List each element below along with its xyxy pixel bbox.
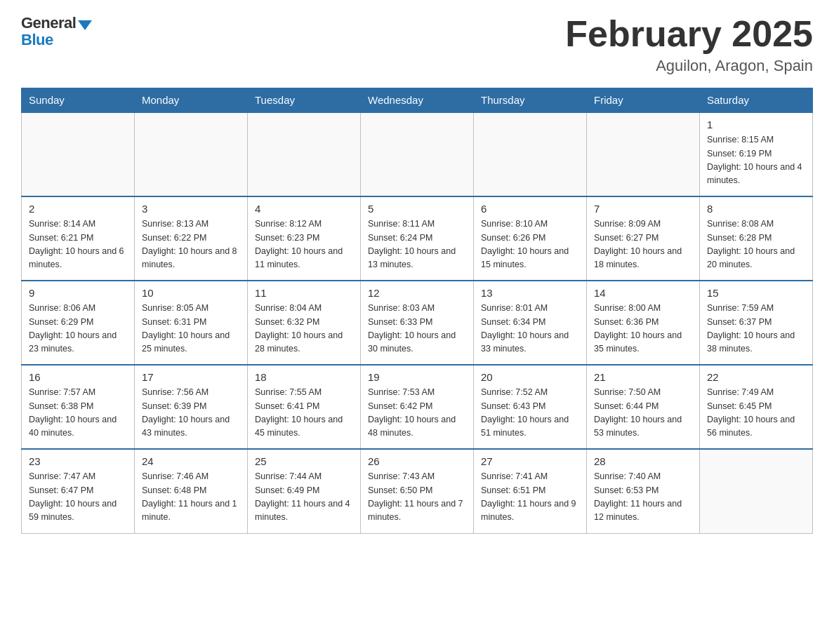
day-info: Sunrise: 8:10 AM Sunset: 6:26 PM Dayligh… xyxy=(481,217,579,272)
day-number: 4 xyxy=(255,203,353,215)
day-info: Sunrise: 7:56 AM Sunset: 6:39 PM Dayligh… xyxy=(142,386,240,441)
weekday-header-tuesday: Tuesday xyxy=(248,88,361,113)
day-info: Sunrise: 8:05 AM Sunset: 6:31 PM Dayligh… xyxy=(142,302,240,356)
day-number: 23 xyxy=(29,455,127,467)
logo: General Blue xyxy=(21,14,92,49)
day-number: 5 xyxy=(368,203,466,215)
weekday-header-thursday: Thursday xyxy=(474,88,587,113)
day-info: Sunrise: 8:03 AM Sunset: 6:33 PM Dayligh… xyxy=(368,302,466,356)
weekday-header-sunday: Sunday xyxy=(22,88,135,113)
day-info: Sunrise: 7:40 AM Sunset: 6:53 PM Dayligh… xyxy=(594,470,692,525)
day-number: 14 xyxy=(594,287,692,299)
calendar-week-row: 2Sunrise: 8:14 AM Sunset: 6:21 PM Daylig… xyxy=(22,196,813,281)
day-number: 13 xyxy=(481,287,579,299)
day-number: 19 xyxy=(368,371,466,383)
calendar-cell: 15Sunrise: 7:59 AM Sunset: 6:37 PM Dayli… xyxy=(700,281,813,365)
day-info: Sunrise: 8:01 AM Sunset: 6:34 PM Dayligh… xyxy=(481,302,579,356)
logo-blue-text: Blue xyxy=(21,31,53,49)
calendar-cell xyxy=(474,112,587,196)
day-number: 20 xyxy=(481,371,579,383)
day-info: Sunrise: 7:59 AM Sunset: 6:37 PM Dayligh… xyxy=(707,302,805,356)
day-info: Sunrise: 7:43 AM Sunset: 6:50 PM Dayligh… xyxy=(368,470,466,525)
day-info: Sunrise: 7:50 AM Sunset: 6:44 PM Dayligh… xyxy=(594,386,692,441)
calendar-cell: 14Sunrise: 8:00 AM Sunset: 6:36 PM Dayli… xyxy=(587,281,700,365)
day-number: 25 xyxy=(255,455,353,467)
calendar-cell: 20Sunrise: 7:52 AM Sunset: 6:43 PM Dayli… xyxy=(474,365,587,449)
calendar-cell: 22Sunrise: 7:49 AM Sunset: 6:45 PM Dayli… xyxy=(700,365,813,449)
day-number: 11 xyxy=(255,287,353,299)
calendar-cell xyxy=(587,112,700,196)
day-info: Sunrise: 8:11 AM Sunset: 6:24 PM Dayligh… xyxy=(368,217,466,272)
day-number: 22 xyxy=(707,371,805,383)
day-info: Sunrise: 7:57 AM Sunset: 6:38 PM Dayligh… xyxy=(29,386,127,441)
calendar-cell: 23Sunrise: 7:47 AM Sunset: 6:47 PM Dayli… xyxy=(22,449,135,533)
calendar-table: SundayMondayTuesdayWednesdayThursdayFrid… xyxy=(21,88,813,534)
day-info: Sunrise: 8:06 AM Sunset: 6:29 PM Dayligh… xyxy=(29,302,127,356)
calendar-cell: 7Sunrise: 8:09 AM Sunset: 6:27 PM Daylig… xyxy=(587,196,700,281)
day-number: 2 xyxy=(29,203,127,215)
day-info: Sunrise: 8:04 AM Sunset: 6:32 PM Dayligh… xyxy=(255,302,353,356)
day-number: 28 xyxy=(594,455,692,467)
calendar-cell: 5Sunrise: 8:11 AM Sunset: 6:24 PM Daylig… xyxy=(361,196,474,281)
location-subtitle: Aguilon, Aragon, Spain xyxy=(565,57,813,75)
calendar-week-row: 23Sunrise: 7:47 AM Sunset: 6:47 PM Dayli… xyxy=(22,449,813,533)
calendar-cell xyxy=(22,112,135,196)
weekday-header-saturday: Saturday xyxy=(700,88,813,113)
day-info: Sunrise: 7:49 AM Sunset: 6:45 PM Dayligh… xyxy=(707,386,805,441)
day-number: 8 xyxy=(707,203,805,215)
day-info: Sunrise: 7:47 AM Sunset: 6:47 PM Dayligh… xyxy=(29,470,127,525)
day-info: Sunrise: 7:53 AM Sunset: 6:42 PM Dayligh… xyxy=(368,386,466,441)
calendar-week-row: 16Sunrise: 7:57 AM Sunset: 6:38 PM Dayli… xyxy=(22,365,813,449)
calendar-cell: 28Sunrise: 7:40 AM Sunset: 6:53 PM Dayli… xyxy=(587,449,700,533)
day-info: Sunrise: 7:55 AM Sunset: 6:41 PM Dayligh… xyxy=(255,386,353,441)
day-number: 26 xyxy=(368,455,466,467)
calendar-week-row: 1Sunrise: 8:15 AM Sunset: 6:19 PM Daylig… xyxy=(22,112,813,196)
calendar-cell xyxy=(248,112,361,196)
logo-general-text: General xyxy=(21,14,76,32)
calendar-cell: 4Sunrise: 8:12 AM Sunset: 6:23 PM Daylig… xyxy=(248,196,361,281)
day-number: 10 xyxy=(142,287,240,299)
day-number: 18 xyxy=(255,371,353,383)
calendar-cell: 6Sunrise: 8:10 AM Sunset: 6:26 PM Daylig… xyxy=(474,196,587,281)
calendar-cell: 21Sunrise: 7:50 AM Sunset: 6:44 PM Dayli… xyxy=(587,365,700,449)
day-number: 1 xyxy=(707,119,805,130)
day-info: Sunrise: 8:00 AM Sunset: 6:36 PM Dayligh… xyxy=(594,302,692,356)
calendar-cell: 2Sunrise: 8:14 AM Sunset: 6:21 PM Daylig… xyxy=(22,196,135,281)
day-number: 12 xyxy=(368,287,466,299)
page-header: General Blue February 2025 Aguilon, Arag… xyxy=(21,14,813,75)
day-number: 27 xyxy=(481,455,579,467)
day-info: Sunrise: 8:09 AM Sunset: 6:27 PM Dayligh… xyxy=(594,217,692,272)
calendar-cell: 10Sunrise: 8:05 AM Sunset: 6:31 PM Dayli… xyxy=(135,281,248,365)
weekday-header-monday: Monday xyxy=(135,88,248,113)
calendar-cell: 1Sunrise: 8:15 AM Sunset: 6:19 PM Daylig… xyxy=(700,112,813,196)
day-info: Sunrise: 7:46 AM Sunset: 6:48 PM Dayligh… xyxy=(142,470,240,525)
day-number: 24 xyxy=(142,455,240,467)
calendar-cell: 17Sunrise: 7:56 AM Sunset: 6:39 PM Dayli… xyxy=(135,365,248,449)
calendar-header: SundayMondayTuesdayWednesdayThursdayFrid… xyxy=(22,88,813,113)
calendar-cell: 12Sunrise: 8:03 AM Sunset: 6:33 PM Dayli… xyxy=(361,281,474,365)
weekday-header-wednesday: Wednesday xyxy=(361,88,474,113)
calendar-cell: 13Sunrise: 8:01 AM Sunset: 6:34 PM Dayli… xyxy=(474,281,587,365)
day-number: 3 xyxy=(142,203,240,215)
calendar-cell: 11Sunrise: 8:04 AM Sunset: 6:32 PM Dayli… xyxy=(248,281,361,365)
day-number: 21 xyxy=(594,371,692,383)
day-number: 9 xyxy=(29,287,127,299)
calendar-cell: 18Sunrise: 7:55 AM Sunset: 6:41 PM Dayli… xyxy=(248,365,361,449)
day-info: Sunrise: 8:13 AM Sunset: 6:22 PM Dayligh… xyxy=(142,217,240,272)
calendar-cell: 27Sunrise: 7:41 AM Sunset: 6:51 PM Dayli… xyxy=(474,449,587,533)
day-number: 6 xyxy=(481,203,579,215)
day-number: 7 xyxy=(594,203,692,215)
title-block: February 2025 Aguilon, Aragon, Spain xyxy=(565,14,813,75)
month-title: February 2025 xyxy=(565,14,813,54)
day-info: Sunrise: 8:12 AM Sunset: 6:23 PM Dayligh… xyxy=(255,217,353,272)
calendar-body: 1Sunrise: 8:15 AM Sunset: 6:19 PM Daylig… xyxy=(22,112,813,533)
calendar-cell: 8Sunrise: 8:08 AM Sunset: 6:28 PM Daylig… xyxy=(700,196,813,281)
calendar-cell: 24Sunrise: 7:46 AM Sunset: 6:48 PM Dayli… xyxy=(135,449,248,533)
calendar-cell xyxy=(135,112,248,196)
day-info: Sunrise: 7:41 AM Sunset: 6:51 PM Dayligh… xyxy=(481,470,579,525)
calendar-cell: 9Sunrise: 8:06 AM Sunset: 6:29 PM Daylig… xyxy=(22,281,135,365)
calendar-cell: 26Sunrise: 7:43 AM Sunset: 6:50 PM Dayli… xyxy=(361,449,474,533)
day-number: 15 xyxy=(707,287,805,299)
calendar-week-row: 9Sunrise: 8:06 AM Sunset: 6:29 PM Daylig… xyxy=(22,281,813,365)
calendar-cell xyxy=(361,112,474,196)
